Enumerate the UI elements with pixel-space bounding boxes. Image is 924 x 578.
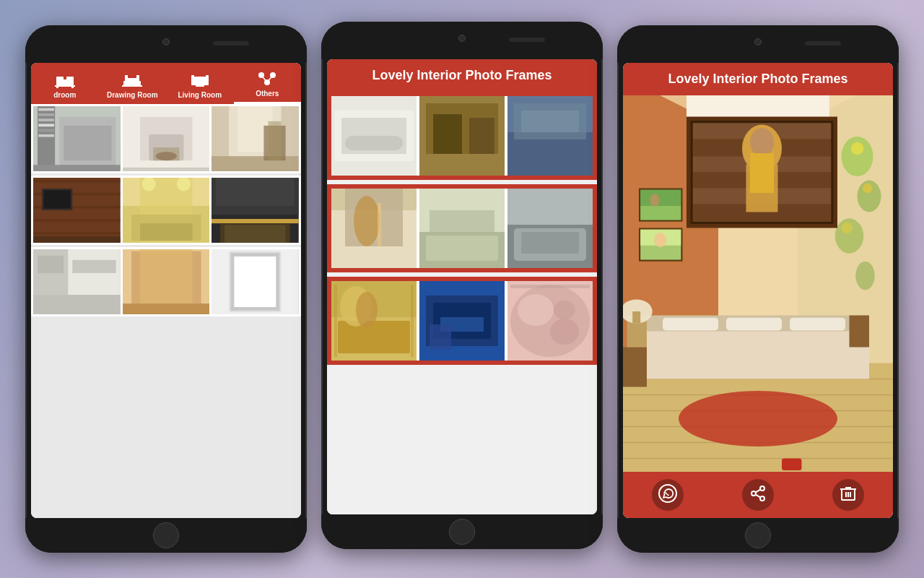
svg-rect-30 [33, 165, 121, 171]
svg-point-139 [855, 262, 874, 290]
svg-rect-104 [426, 236, 498, 261]
app-section-2 [327, 184, 597, 272]
svg-rect-47 [33, 219, 121, 222]
svg-rect-40 [212, 156, 299, 171]
photo-row-3 [31, 247, 301, 316]
svg-point-165 [654, 233, 667, 247]
app-photo[interactable] [507, 96, 593, 176]
phone-1-top-bar [25, 25, 307, 63]
room-image-hallway [212, 106, 299, 171]
room-image-bright-ceiling [123, 178, 210, 243]
svg-rect-183 [632, 311, 640, 324]
photo-cell[interactable] [123, 249, 210, 314]
svg-rect-27 [38, 134, 54, 137]
svg-line-191 [756, 494, 761, 497]
phone-3-screen: Lovely Interior Photo Frames [623, 63, 893, 518]
phone-3-top-bar [617, 25, 899, 63]
share-icon [749, 485, 767, 506]
svg-point-130 [554, 301, 575, 319]
svg-rect-80 [231, 253, 235, 311]
share-button[interactable] [742, 479, 774, 511]
svg-point-56 [141, 178, 155, 191]
svg-point-141 [863, 184, 872, 193]
svg-rect-23 [38, 113, 54, 116]
svg-rect-1 [56, 77, 64, 81]
app-photo[interactable] [419, 96, 505, 176]
phone-2: Lovely Interior Photo Frames [321, 22, 603, 549]
svg-point-128 [550, 319, 579, 345]
svg-rect-123 [430, 324, 451, 350]
svg-point-155 [750, 128, 774, 157]
svg-rect-44 [33, 180, 121, 183]
svg-rect-105 [430, 210, 494, 232]
photo-cell[interactable] [123, 106, 210, 171]
app-section-3 [327, 277, 597, 365]
app-photo[interactable] [507, 189, 593, 268]
app-photo[interactable] [419, 281, 505, 361]
svg-rect-77 [234, 256, 277, 308]
svg-rect-160 [640, 206, 681, 220]
svg-point-186 [659, 485, 676, 502]
svg-rect-175 [647, 324, 869, 379]
phone-2-screen: Lovely Interior Photo Frames [327, 59, 597, 514]
whatsapp-button[interactable] [652, 479, 684, 511]
phone-1: droom Drawing Room [25, 25, 307, 553]
photo-cell[interactable] [33, 249, 121, 314]
svg-rect-95 [521, 111, 579, 132]
app-section-inner-1 [331, 96, 593, 176]
home-button-1[interactable] [153, 522, 179, 548]
home-button-3[interactable] [745, 522, 771, 548]
svg-rect-7 [126, 78, 138, 82]
tab-living-room[interactable]: Living Room [166, 69, 234, 103]
room-image-modern [33, 249, 121, 314]
app-photo[interactable] [331, 281, 417, 361]
svg-rect-25 [38, 124, 54, 126]
tab-bar: droom Drawing Room [31, 63, 301, 104]
photo-cell[interactable] [33, 178, 121, 243]
svg-rect-70 [72, 260, 116, 273]
svg-rect-29 [64, 126, 111, 160]
svg-rect-184 [782, 459, 802, 471]
svg-rect-36 [123, 168, 210, 171]
home-button-2[interactable] [449, 519, 475, 545]
app-section-inner-3 [331, 281, 593, 361]
app-header-2: Lovely Interior Photo Frames [327, 59, 597, 92]
app-photo[interactable] [507, 281, 593, 361]
phone-2-top-bar [321, 22, 603, 59]
svg-rect-180 [623, 348, 647, 387]
svg-point-142 [842, 223, 853, 233]
photo-cell[interactable] [212, 249, 299, 314]
svg-rect-81 [276, 253, 280, 311]
svg-rect-74 [123, 303, 210, 314]
front-camera-3 [754, 38, 762, 46]
photo-cell[interactable] [33, 106, 121, 171]
svg-rect-8 [125, 75, 128, 82]
delete-button[interactable] [832, 479, 864, 511]
svg-point-126 [510, 285, 590, 357]
photo-cell[interactable] [212, 178, 299, 243]
svg-point-57 [176, 178, 190, 191]
phone-3: Lovely Interior Photo Frames [617, 25, 899, 553]
tab-others[interactable]: Others [234, 67, 302, 104]
photo-cell[interactable] [123, 178, 210, 243]
photo-grid [31, 104, 301, 518]
svg-rect-159 [640, 190, 681, 206]
app-photo[interactable] [331, 189, 417, 268]
app-title-2: Lovely Interior Photo Frames [372, 68, 552, 82]
svg-point-99 [354, 196, 380, 246]
svg-line-19 [267, 75, 273, 82]
app-photo[interactable] [419, 189, 505, 268]
tab-bedroom[interactable]: droom [31, 69, 99, 103]
drawing-room-icon [122, 72, 142, 89]
tab-drawing-room[interactable]: Drawing Room [99, 69, 167, 103]
svg-rect-48 [33, 232, 121, 235]
svg-rect-79 [231, 307, 280, 311]
main-room-image [623, 95, 893, 472]
photo-cell[interactable] [212, 106, 299, 171]
app-photo[interactable] [331, 96, 417, 176]
svg-rect-64 [225, 225, 285, 243]
phone-3-bottom-bar [617, 518, 899, 553]
phone-1-bottom-bar [25, 518, 307, 553]
app-toolbar-3 [623, 472, 893, 518]
earpiece-2 [509, 38, 545, 42]
